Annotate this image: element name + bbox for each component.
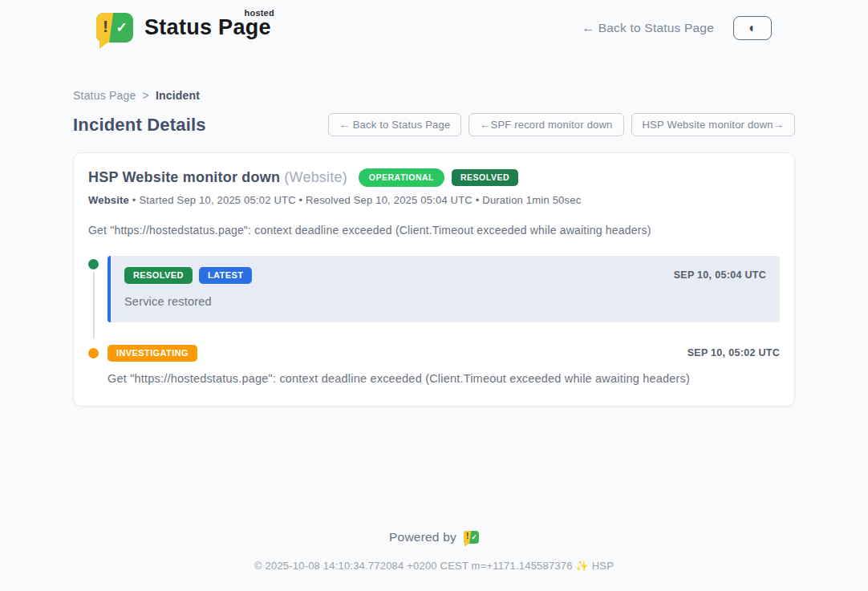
title-row: Incident Details ← Back to Status Page ←… xyxy=(73,113,795,136)
timeline-update-badges: RESOLVED LATEST xyxy=(124,267,252,284)
latest-badge: LATEST xyxy=(199,267,252,284)
prev-incident-button[interactable]: ←SPF record monitor down xyxy=(468,113,623,136)
timeline-dot-orange xyxy=(88,348,99,358)
copyright-suffix: HSP xyxy=(589,560,614,572)
breadcrumb-status-page[interactable]: Status Page xyxy=(73,89,136,102)
logo-bubble: ! ✓ xyxy=(464,531,479,544)
incident-description: Get "https://hostedstatus.page": context… xyxy=(88,224,780,237)
main-content: Status Page > Incident Incident Details … xyxy=(73,54,795,407)
timeline-dot-green xyxy=(88,259,99,269)
timeline-item-resolved: RESOLVED LATEST SEP 10, 05:04 UTC Servic… xyxy=(88,256,780,322)
copyright-prefix: © 2025-10-08 14:10:34.772084 +0200 CEST … xyxy=(254,560,576,572)
back-to-status-page-link[interactable]: ← Back to Status Page xyxy=(582,21,714,35)
brand-text: Status Page xyxy=(144,15,271,39)
status-page-mini-logo-icon: ! ✓ xyxy=(464,531,479,544)
brand-name: Status Page hosted xyxy=(144,15,271,40)
next-incident-button[interactable]: HSP Website monitor down→ xyxy=(631,113,795,136)
theme-toggle-button[interactable]: ◐ xyxy=(733,16,772,40)
back-to-status-page-button[interactable]: ← Back to Status Page xyxy=(328,113,462,136)
timeline-item-investigating: INVESTIGATING SEP 10, 05:02 UTC Get "htt… xyxy=(88,345,780,385)
timeline-update-header: INVESTIGATING SEP 10, 05:02 UTC xyxy=(107,345,780,362)
investigating-status-badge: INVESTIGATING xyxy=(107,345,197,362)
incident-title-row: HSP Website monitor down (Website) OPERA… xyxy=(88,168,780,187)
timeline-update-card: RESOLVED LATEST SEP 10, 05:04 UTC Servic… xyxy=(107,256,780,322)
half-circle-theme-icon: ◐ xyxy=(748,22,756,34)
logo-bubble: ! ✓ xyxy=(96,13,133,43)
header-right: ← Back to Status Page ◐ xyxy=(582,16,772,40)
status-page-logo-icon: ! ✓ xyxy=(96,13,133,43)
timeline-message: Get "https://hostedstatus.page": context… xyxy=(107,372,780,385)
powered-by-label: Powered by xyxy=(389,530,456,544)
resolved-badge: RESOLVED xyxy=(452,169,518,186)
operational-badge: OPERATIONAL xyxy=(359,168,444,187)
incident-meta-details: • Started Sep 10, 2025 05:02 UTC • Resol… xyxy=(129,194,581,206)
brand-superscript: hosted xyxy=(245,8,274,18)
powered-by-link[interactable]: Powered by ! ✓ xyxy=(0,530,868,544)
incident-title-text: HSP Website monitor down xyxy=(88,169,280,185)
incident-card: HSP Website monitor down (Website) OPERA… xyxy=(73,152,795,407)
incident-component: (Website) xyxy=(284,169,347,185)
header: ! ✓ Status Page hosted ← Back to Status … xyxy=(0,0,868,54)
timeline-timestamp: SEP 10, 05:04 UTC xyxy=(674,269,766,281)
timeline-message: Service restored xyxy=(124,295,766,308)
timeline-update-badges: INVESTIGATING xyxy=(107,345,197,362)
sparkles-icon: ✨ xyxy=(575,560,588,572)
breadcrumb: Status Page > Incident xyxy=(73,89,795,102)
checkmark-icon: ✓ xyxy=(110,13,133,43)
timeline-timestamp: SEP 10, 05:02 UTC xyxy=(688,347,780,358)
logo-bubble-tail xyxy=(464,543,469,547)
incident-timeline: RESOLVED LATEST SEP 10, 05:04 UTC Servic… xyxy=(88,256,780,385)
resolved-status-badge: RESOLVED xyxy=(124,267,193,284)
breadcrumb-incident: Incident xyxy=(156,89,200,102)
page-title: Incident Details xyxy=(73,115,206,136)
brand-logo[interactable]: ! ✓ Status Page hosted xyxy=(96,13,271,43)
incident-nav-buttons: ← Back to Status Page ←SPF record monito… xyxy=(328,113,795,136)
exclamation-icon: ! xyxy=(103,17,108,36)
incident-title: HSP Website monitor down (Website) xyxy=(88,169,347,186)
incident-meta-component: Website xyxy=(88,194,129,206)
footer: Powered by ! ✓ © 2025-10-08 14:10:34.772… xyxy=(0,530,868,591)
exclamation-icon: ! xyxy=(466,532,469,540)
copyright-text: © 2025-10-08 14:10:34.772084 +0200 CEST … xyxy=(0,560,868,572)
incident-badges: OPERATIONAL RESOLVED xyxy=(359,168,518,187)
breadcrumb-separator: > xyxy=(142,89,148,102)
incident-meta: Website • Started Sep 10, 2025 05:02 UTC… xyxy=(88,194,780,206)
checkmark-icon: ✓ xyxy=(469,531,479,544)
timeline-update-header: RESOLVED LATEST SEP 10, 05:04 UTC xyxy=(124,267,766,284)
